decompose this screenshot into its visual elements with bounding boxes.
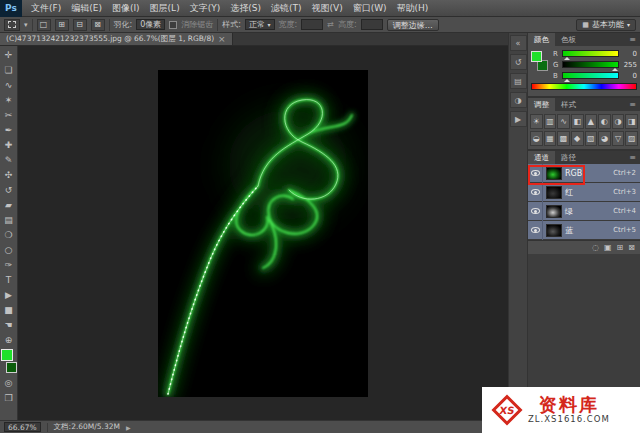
width-input[interactable] [301,19,323,30]
history-brush-tool[interactable]: ↺ [0,182,18,197]
menu-view[interactable]: 视图(V) [306,0,347,17]
document-size-info[interactable]: 文档:2.60M/5.32M [54,422,120,432]
active-tool-icon[interactable] [4,19,20,31]
channel-row-green[interactable]: 绿 Ctrl+4 [528,202,640,221]
channel-row-blue[interactable]: 蓝 Ctrl+5 [528,221,640,240]
menu-help[interactable]: 帮助(H) [392,0,434,17]
intersect-selection-button[interactable]: ⊠ [91,19,105,31]
curves-icon[interactable]: ∿ [557,114,570,129]
channel-thumbnail[interactable] [546,186,562,199]
workspace-switcher[interactable]: ▦ 基本功能 ▾ [576,19,636,31]
hue-saturation-icon[interactable]: ◐ [598,114,611,129]
slider-thumb[interactable] [564,54,570,60]
smoke-image[interactable] [158,70,368,397]
actions-panel-icon[interactable]: ▶ [510,111,527,127]
channel-mixer-icon[interactable]: ▦ [544,131,557,146]
threshold-icon[interactable]: ◕ [598,131,611,146]
status-flyout-arrow-icon[interactable]: ▶ [126,424,131,431]
zoom-level-input[interactable]: 66.67% [4,422,41,432]
gradient-tool[interactable]: ▤ [0,212,18,227]
brightness-contrast-icon[interactable]: ☀ [530,114,543,129]
lasso-tool[interactable]: ∿ [0,77,18,92]
marquee-tool[interactable]: ❏ [0,62,18,77]
visibility-eye-icon[interactable] [528,183,543,202]
document-tab[interactable]: (C)4737132421232373555.jpg @ 66.7%(图层 1,… [0,33,233,45]
blue-slider-track[interactable] [562,72,619,79]
collapse-dock-icon[interactable]: « [510,35,527,51]
properties-panel-icon[interactable]: ▤ [510,73,527,89]
quick-mask-button[interactable]: ◎ [0,375,18,390]
tab-adjustments[interactable]: 调整 [528,98,555,111]
vibrance-icon[interactable]: ▲ [585,114,598,129]
close-tab-icon[interactable]: × [218,35,226,44]
menu-type[interactable]: 文字(Y) [185,0,226,17]
slider-thumb[interactable] [612,65,618,71]
tab-swatches[interactable]: 色板 [555,33,582,46]
menu-select[interactable]: 选择(S) [225,0,266,17]
menu-file[interactable]: 文件(F) [26,0,66,17]
refine-edge-button[interactable]: 调整边缘… [387,19,439,31]
panel-menu-icon[interactable]: ≡ [625,33,640,46]
new-channel-icon[interactable]: ⊞ [617,243,624,252]
selective-color-icon[interactable]: ▽ [612,131,625,146]
green-slider-value[interactable]: 255 [622,61,637,69]
menu-edit[interactable]: 编辑(E) [66,0,107,17]
exposure-icon[interactable]: ◧ [571,114,584,129]
levels-icon[interactable]: ▥ [544,114,557,129]
menu-window[interactable]: 窗口(W) [348,0,392,17]
tool-preset-arrow-icon[interactable]: ▾ [24,21,28,29]
color-spectrum-bar[interactable] [531,83,637,90]
tab-color[interactable]: 颜色 [528,33,555,46]
visibility-eye-icon[interactable] [528,221,543,240]
info-panel-icon[interactable]: ◑ [510,92,527,108]
color-balance-icon[interactable]: ◑ [612,114,625,129]
visibility-eye-icon[interactable] [528,202,543,221]
new-selection-button[interactable]: □ [37,19,51,31]
height-input[interactable] [361,19,383,30]
channel-thumbnail[interactable] [546,224,562,237]
clone-stamp-tool[interactable]: ✣ [0,167,18,182]
eyedropper-tool[interactable]: ✒ [0,122,18,137]
path-selection-tool[interactable]: ▶ [0,287,18,302]
crop-tool[interactable]: ✂ [0,107,18,122]
eraser-tool[interactable]: ▰ [0,197,18,212]
move-tool[interactable]: ✛ [0,47,18,62]
menu-layer[interactable]: 图层(L) [145,0,185,17]
tab-paths[interactable]: 路径 [555,151,582,164]
black-white-icon[interactable]: ◨ [625,114,638,129]
menu-image[interactable]: 图像(I) [107,0,145,17]
screen-mode-button[interactable]: ❒ [0,390,18,405]
red-slider-track[interactable] [562,50,619,57]
color-lookup-icon[interactable]: ▩ [557,131,570,146]
blue-slider-value[interactable]: 0 [622,72,637,80]
style-dropdown[interactable]: 正常 ▾ [245,19,275,30]
feather-input[interactable]: 0像素 [136,19,165,30]
tab-styles[interactable]: 样式 [555,98,582,111]
tab-channels[interactable]: 通道 [528,151,555,164]
panel-menu-icon[interactable]: ≡ [625,98,640,111]
type-tool[interactable]: T [0,272,18,287]
green-slider-track[interactable] [562,61,619,68]
delete-channel-icon[interactable]: ⊠ [628,243,635,252]
menu-filter[interactable]: 滤镜(T) [266,0,307,17]
brush-tool[interactable]: ✎ [0,152,18,167]
background-color-swatch[interactable] [6,362,17,373]
panel-foreground-swatch[interactable] [531,51,542,62]
subtract-selection-button[interactable]: ⊟ [73,19,87,31]
load-channel-as-selection-icon[interactable]: ◌ [592,243,599,252]
red-slider-value[interactable]: 0 [622,50,637,58]
add-selection-button[interactable]: ⊞ [55,19,69,31]
zoom-tool[interactable]: ⊕ [0,332,18,347]
invert-icon[interactable]: ◆ [571,131,584,146]
history-panel-icon[interactable]: ↺ [510,54,527,70]
gradient-map-icon[interactable]: ▨ [625,131,638,146]
save-selection-as-channel-icon[interactable]: ▣ [604,243,612,252]
panel-menu-icon[interactable]: ≡ [625,151,640,164]
blur-tool[interactable]: ❍ [0,227,18,242]
slider-thumb[interactable] [564,76,570,82]
photo-filter-icon[interactable]: ◒ [530,131,543,146]
pen-tool[interactable]: ✑ [0,257,18,272]
shape-tool[interactable]: ■ [0,302,18,317]
healing-brush-tool[interactable]: ✚ [0,137,18,152]
hand-tool[interactable]: ☚ [0,317,18,332]
